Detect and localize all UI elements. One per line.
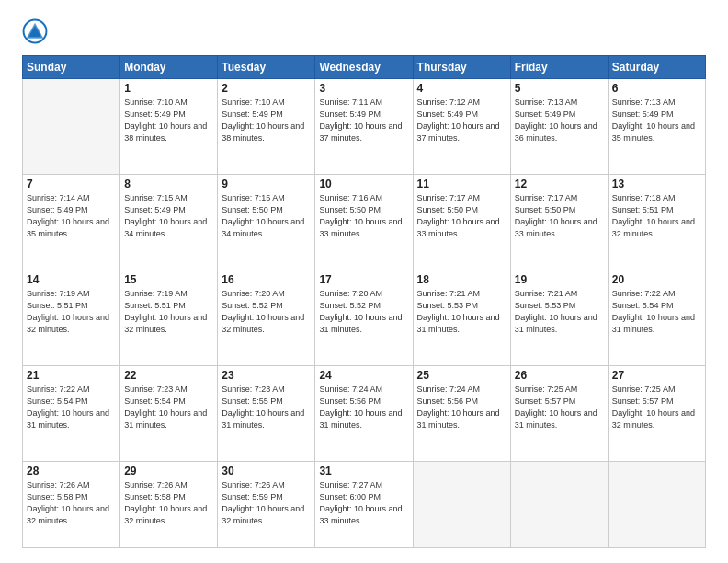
day-detail: Sunrise: 7:10 AM Sunset: 5:49 PM Dayligh… [124,97,213,144]
day-cell [413,461,510,548]
day-number: 11 [417,178,506,190]
day-cell: 7Sunrise: 7:14 AM Sunset: 5:49 PM Daylig… [23,174,120,270]
day-detail: Sunrise: 7:13 AM Sunset: 5:49 PM Dayligh… [515,97,604,144]
page: SundayMondayTuesdayWednesdayThursdayFrid… [0,0,728,563]
day-number: 15 [124,273,213,286]
day-number: 23 [222,369,311,382]
day-cell: 5Sunrise: 7:13 AM Sunset: 5:49 PM Daylig… [510,79,608,175]
day-cell [23,79,120,175]
day-number: 30 [222,465,311,477]
day-detail: Sunrise: 7:24 AM Sunset: 5:56 PM Dayligh… [417,384,506,431]
day-detail: Sunrise: 7:17 AM Sunset: 5:50 PM Dayligh… [515,192,604,240]
week-row-4: 21Sunrise: 7:22 AM Sunset: 5:54 PM Dayli… [23,365,706,461]
day-cell: 8Sunrise: 7:15 AM Sunset: 5:49 PM Daylig… [120,174,218,270]
day-cell [608,461,705,548]
day-detail: Sunrise: 7:16 AM Sunset: 5:50 PM Dayligh… [319,192,408,240]
day-number: 27 [612,369,701,382]
day-detail: Sunrise: 7:15 AM Sunset: 5:50 PM Dayligh… [222,192,311,240]
day-number: 6 [612,82,701,95]
week-row-2: 7Sunrise: 7:14 AM Sunset: 5:49 PM Daylig… [23,174,706,270]
day-number: 12 [515,178,604,190]
day-number: 24 [319,369,408,382]
day-cell: 24Sunrise: 7:24 AM Sunset: 5:56 PM Dayli… [315,365,413,461]
day-number: 4 [417,82,506,95]
day-detail: Sunrise: 7:23 AM Sunset: 5:54 PM Dayligh… [124,384,213,431]
day-cell: 15Sunrise: 7:19 AM Sunset: 5:51 PM Dayli… [120,270,218,365]
day-number: 14 [27,273,116,286]
day-cell: 14Sunrise: 7:19 AM Sunset: 5:51 PM Dayli… [23,270,120,365]
day-cell: 6Sunrise: 7:13 AM Sunset: 5:49 PM Daylig… [608,79,705,175]
week-row-1: 1Sunrise: 7:10 AM Sunset: 5:49 PM Daylig… [23,79,706,175]
logo [22,18,51,44]
day-detail: Sunrise: 7:26 AM Sunset: 5:58 PM Dayligh… [124,479,213,527]
day-cell: 28Sunrise: 7:26 AM Sunset: 5:58 PM Dayli… [23,461,120,548]
day-cell: 23Sunrise: 7:23 AM Sunset: 5:55 PM Dayli… [218,365,315,461]
day-cell: 13Sunrise: 7:18 AM Sunset: 5:51 PM Dayli… [608,174,705,270]
day-detail: Sunrise: 7:13 AM Sunset: 5:49 PM Dayligh… [612,97,701,144]
day-detail: Sunrise: 7:24 AM Sunset: 5:56 PM Dayligh… [319,384,408,431]
day-detail: Sunrise: 7:11 AM Sunset: 5:49 PM Dayligh… [319,97,408,144]
day-number: 8 [124,178,213,190]
day-detail: Sunrise: 7:19 AM Sunset: 5:51 PM Dayligh… [124,288,213,336]
day-number: 17 [319,273,408,286]
day-detail: Sunrise: 7:22 AM Sunset: 5:54 PM Dayligh… [612,288,701,336]
day-cell: 18Sunrise: 7:21 AM Sunset: 5:53 PM Dayli… [413,270,510,365]
day-number: 10 [319,178,408,190]
day-cell [510,461,608,548]
day-cell: 30Sunrise: 7:26 AM Sunset: 5:59 PM Dayli… [218,461,315,548]
day-detail: Sunrise: 7:18 AM Sunset: 5:51 PM Dayligh… [612,192,701,240]
col-header-saturday: Saturday [608,56,705,79]
day-cell: 21Sunrise: 7:22 AM Sunset: 5:54 PM Dayli… [23,365,120,461]
day-cell: 2Sunrise: 7:10 AM Sunset: 5:49 PM Daylig… [218,79,315,175]
day-number: 19 [515,273,604,286]
col-header-wednesday: Wednesday [315,56,413,79]
day-cell: 25Sunrise: 7:24 AM Sunset: 5:56 PM Dayli… [413,365,510,461]
day-detail: Sunrise: 7:22 AM Sunset: 5:54 PM Dayligh… [27,384,116,431]
day-number: 9 [222,178,311,190]
week-row-3: 14Sunrise: 7:19 AM Sunset: 5:51 PM Dayli… [23,270,706,365]
day-number: 1 [124,82,213,95]
day-detail: Sunrise: 7:25 AM Sunset: 5:57 PM Dayligh… [515,384,604,431]
day-detail: Sunrise: 7:19 AM Sunset: 5:51 PM Dayligh… [27,288,116,336]
day-detail: Sunrise: 7:25 AM Sunset: 5:57 PM Dayligh… [612,384,701,431]
col-header-thursday: Thursday [413,56,510,79]
day-detail: Sunrise: 7:26 AM Sunset: 5:59 PM Dayligh… [222,479,311,527]
day-number: 16 [222,273,311,286]
logo-icon [22,18,48,44]
day-number: 22 [124,369,213,382]
day-cell: 4Sunrise: 7:12 AM Sunset: 5:49 PM Daylig… [413,79,510,175]
day-detail: Sunrise: 7:23 AM Sunset: 5:55 PM Dayligh… [222,384,311,431]
day-cell: 19Sunrise: 7:21 AM Sunset: 5:53 PM Dayli… [510,270,608,365]
day-number: 26 [515,369,604,382]
col-header-sunday: Sunday [23,56,120,79]
day-detail: Sunrise: 7:17 AM Sunset: 5:50 PM Dayligh… [417,192,506,240]
day-detail: Sunrise: 7:20 AM Sunset: 5:52 PM Dayligh… [222,288,311,336]
col-header-tuesday: Tuesday [218,56,315,79]
day-detail: Sunrise: 7:21 AM Sunset: 5:53 PM Dayligh… [417,288,506,336]
day-detail: Sunrise: 7:27 AM Sunset: 6:00 PM Dayligh… [319,479,408,527]
day-number: 25 [417,369,506,382]
day-cell: 1Sunrise: 7:10 AM Sunset: 5:49 PM Daylig… [120,79,218,175]
col-header-monday: Monday [120,56,218,79]
day-number: 20 [612,273,701,286]
header [22,18,706,44]
day-cell: 11Sunrise: 7:17 AM Sunset: 5:50 PM Dayli… [413,174,510,270]
day-cell: 20Sunrise: 7:22 AM Sunset: 5:54 PM Dayli… [608,270,705,365]
day-cell: 29Sunrise: 7:26 AM Sunset: 5:58 PM Dayli… [120,461,218,548]
day-cell: 16Sunrise: 7:20 AM Sunset: 5:52 PM Dayli… [218,270,315,365]
day-detail: Sunrise: 7:15 AM Sunset: 5:49 PM Dayligh… [124,192,213,240]
day-number: 2 [222,82,311,95]
col-header-friday: Friday [510,56,608,79]
day-detail: Sunrise: 7:20 AM Sunset: 5:52 PM Dayligh… [319,288,408,336]
day-cell: 17Sunrise: 7:20 AM Sunset: 5:52 PM Dayli… [315,270,413,365]
day-cell: 27Sunrise: 7:25 AM Sunset: 5:57 PM Dayli… [608,365,705,461]
day-number: 28 [27,465,116,477]
calendar-table: SundayMondayTuesdayWednesdayThursdayFrid… [22,55,706,548]
day-number: 13 [612,178,701,190]
calendar-header-row: SundayMondayTuesdayWednesdayThursdayFrid… [23,56,706,79]
day-cell: 3Sunrise: 7:11 AM Sunset: 5:49 PM Daylig… [315,79,413,175]
day-cell: 12Sunrise: 7:17 AM Sunset: 5:50 PM Dayli… [510,174,608,270]
day-number: 18 [417,273,506,286]
day-detail: Sunrise: 7:21 AM Sunset: 5:53 PM Dayligh… [515,288,604,336]
day-number: 29 [124,465,213,477]
